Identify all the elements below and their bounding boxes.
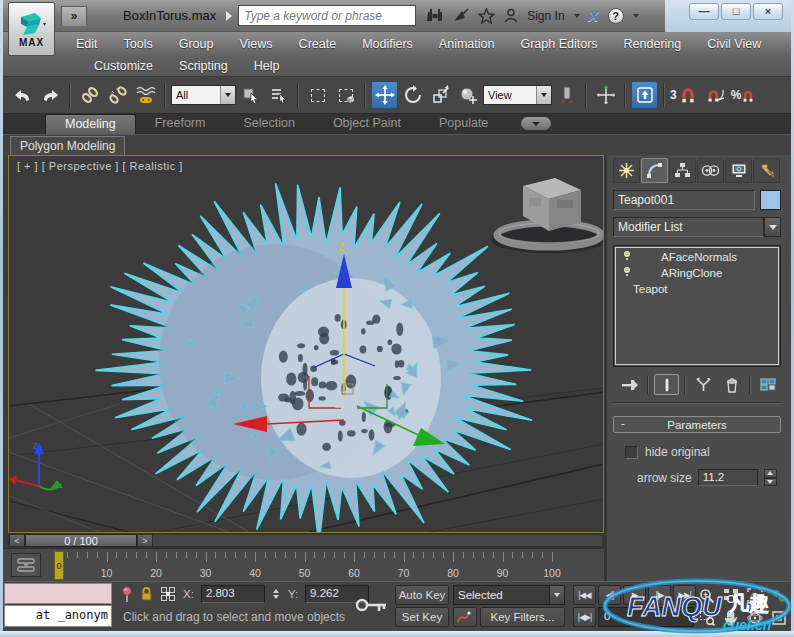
configure-modifier-sets-button[interactable] — [756, 374, 781, 395]
bind-to-space-warp-button[interactable] — [132, 81, 159, 109]
menu-help[interactable]: Help — [241, 59, 293, 73]
selection-filter-dropdown[interactable]: All — [171, 85, 236, 105]
open-mini-curve-editor-button[interactable] — [11, 553, 41, 577]
play-button[interactable]: ▶ — [623, 585, 646, 605]
select-and-scale-button[interactable] — [427, 81, 454, 109]
ribbon-tab-selection[interactable]: Selection — [224, 114, 313, 134]
menu-scripting[interactable]: Scripting — [166, 59, 241, 73]
dropdown-caret-icon[interactable] — [220, 86, 235, 104]
next-frame-slider-button[interactable]: > — [137, 534, 153, 547]
unlink-selection-button[interactable] — [104, 81, 131, 109]
menu-views[interactable]: Views — [226, 37, 285, 51]
modifier-row-teapot[interactable]: Teapot — [616, 281, 778, 297]
modifier-list-caret-icon[interactable] — [764, 217, 781, 237]
pin-stack-button[interactable] — [617, 374, 642, 395]
rectangular-selection-region-button[interactable] — [304, 81, 331, 109]
tab-hierarchy[interactable] — [669, 158, 696, 183]
pan-view-button[interactable] — [719, 607, 742, 628]
favorites-star-icon[interactable] — [478, 8, 495, 24]
communication-center-icon[interactable] — [453, 8, 469, 23]
select-and-link-button[interactable] — [76, 81, 103, 109]
close-button[interactable]: × — [753, 3, 783, 20]
tab-display[interactable] — [725, 158, 752, 183]
menu-group[interactable]: Group — [166, 37, 227, 51]
object-name-field[interactable]: Teapot001 — [613, 190, 755, 210]
zoom-extents-all-button[interactable] — [767, 585, 790, 606]
show-end-result-button[interactable] — [654, 374, 679, 395]
perspective-viewport[interactable]: [ + ] [ Perspective ] [ Realistic ] Z — [8, 155, 604, 533]
maxscript-listener-line[interactable]: at _anonym — [4, 605, 112, 627]
tab-utilities[interactable] — [753, 158, 780, 183]
rollout-collapse-icon[interactable]: - — [621, 417, 625, 429]
coordinate-spinner[interactable] — [272, 585, 281, 603]
zoom-region-button[interactable] — [695, 607, 718, 628]
time-slider-handle[interactable]: 0 / 100 — [25, 534, 137, 547]
menu-animation[interactable]: Animation — [426, 37, 508, 51]
previous-frame-slider-button[interactable]: < — [9, 534, 25, 547]
angle-snap-toggle-button[interactable] — [703, 81, 730, 109]
sign-in-button[interactable]: Sign In — [527, 9, 564, 23]
ribbon-tab-object-paint[interactable]: Object Paint — [314, 114, 420, 134]
orbit-button[interactable] — [743, 607, 766, 628]
window-crossing-toggle-button[interactable] — [332, 81, 359, 109]
select-and-manipulate-button[interactable] — [592, 81, 619, 109]
menu-modifiers[interactable]: Modifiers — [349, 37, 426, 51]
set-key-button[interactable]: Set Key — [395, 607, 449, 627]
menu-rendering[interactable]: Rendering — [611, 37, 695, 51]
menu-tools[interactable]: Tools — [111, 37, 166, 51]
parameters-rollout-header[interactable]: - Parameters — [613, 416, 781, 433]
viewport-label[interactable]: [ + ] [ Perspective ] [ Realistic ] — [17, 160, 183, 172]
next-frame-button[interactable]: ||▶ — [648, 585, 671, 605]
go-to-end-button[interactable]: ▶▶| — [673, 585, 696, 605]
select-and-move-button[interactable] — [371, 81, 398, 109]
maximize-button[interactable]: □ — [721, 3, 751, 20]
menu-civil-view[interactable]: Civil View — [694, 37, 774, 51]
ribbon-tab-freeform[interactable]: Freeform — [136, 114, 225, 134]
percent-snap-toggle-button[interactable] — [735, 81, 762, 109]
zoom-button[interactable] — [695, 585, 718, 606]
tab-modify[interactable] — [641, 158, 668, 183]
select-and-place-button[interactable] — [455, 81, 482, 109]
application-menu-button[interactable]: MAX — [8, 2, 55, 56]
help-caret-icon[interactable] — [633, 14, 639, 18]
select-object-button[interactable] — [237, 81, 264, 109]
current-frame-field[interactable]: 0 — [598, 607, 694, 627]
track-bar-ruler[interactable]: 0 0102030405060708090100 — [51, 551, 559, 580]
undo-button[interactable] — [9, 81, 36, 109]
make-unique-button[interactable] — [691, 374, 716, 395]
search-input[interactable] — [238, 5, 416, 26]
ribbon-tab-modeling[interactable]: Modeling — [45, 114, 136, 134]
ribbon-tab-populate[interactable]: Populate — [420, 114, 507, 134]
minimize-button[interactable]: — — [689, 3, 719, 20]
search-flyout-arrow-icon[interactable] — [226, 11, 232, 21]
isolate-selection-icon[interactable] — [121, 586, 133, 603]
snaps-toggle-button[interactable] — [675, 81, 702, 109]
object-color-swatch[interactable] — [760, 190, 781, 210]
auto-key-button[interactable]: Auto Key — [395, 585, 449, 605]
selection-lock-icon[interactable] — [140, 586, 153, 602]
modifier-row-aringclone[interactable]: ARingClone — [616, 265, 778, 281]
hide-original-checkbox[interactable] — [625, 446, 638, 459]
track-bar[interactable]: 0 0102030405060708090100 — [3, 548, 604, 581]
absolute-offset-mode-icon[interactable] — [160, 586, 176, 602]
modifier-stack[interactable]: AFaceNormalsARingCloneTeapot — [615, 247, 779, 365]
current-frame-marker[interactable]: 0 — [54, 551, 64, 580]
dropdown-caret-icon[interactable] — [536, 86, 551, 104]
previous-frame-button[interactable]: ◀|| — [598, 585, 621, 605]
use-pivot-point-center-button[interactable] — [553, 81, 580, 109]
maximize-viewport-toggle-button[interactable] — [767, 607, 790, 628]
tab-motion[interactable] — [697, 158, 724, 183]
keyboard-shortcut-override-toggle[interactable] — [631, 81, 658, 109]
zoom-all-button[interactable] — [719, 585, 742, 606]
modifier-visibility-bulb-icon[interactable] — [621, 249, 633, 265]
x-coordinate-field[interactable]: 2.803 — [201, 585, 265, 603]
modifier-row-afacenormals[interactable]: AFaceNormals — [616, 249, 778, 265]
dropdown-caret-icon[interactable] — [549, 586, 564, 604]
zoom-extents-selected-button[interactable] — [743, 585, 766, 606]
redo-button[interactable] — [37, 81, 64, 109]
time-slider-track[interactable] — [153, 534, 603, 547]
search-binoculars-icon[interactable] — [426, 8, 444, 23]
exchange-apps-icon[interactable]: X — [589, 7, 599, 24]
arrow-size-spinner[interactable] — [764, 469, 777, 486]
select-by-name-button[interactable] — [265, 81, 292, 109]
